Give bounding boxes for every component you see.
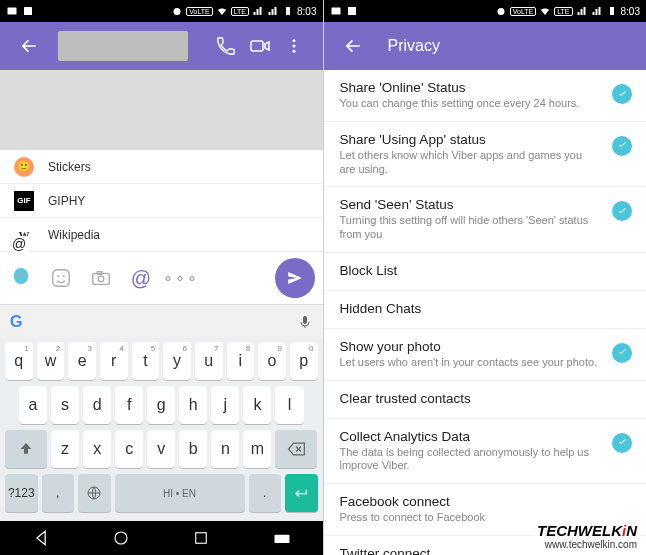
stickers-icon: 🙂 xyxy=(14,157,34,177)
suggestion-stickers[interactable]: 🙂Stickers xyxy=(0,150,323,184)
giphy-icon: GIF xyxy=(14,191,34,211)
video-call-button[interactable] xyxy=(243,34,277,58)
nav-home-icon[interactable] xyxy=(112,529,130,547)
message-input-row: @ @ ∘∘∘ xyxy=(0,252,323,304)
mention-icon[interactable]: @ xyxy=(128,265,154,291)
setting-item[interactable]: Show your photoLet users who aren't in y… xyxy=(324,329,647,381)
key-symbols[interactable]: ?123 xyxy=(5,474,38,512)
sticker-tab-icon[interactable] xyxy=(8,265,34,291)
setting-item[interactable]: Send 'Seen' StatusTurning this setting o… xyxy=(324,187,647,253)
key-shift[interactable] xyxy=(5,430,47,468)
key-l[interactable]: l xyxy=(275,386,303,424)
emoji-icon[interactable] xyxy=(48,265,74,291)
key-enter[interactable] xyxy=(285,474,318,512)
setting-item[interactable]: Block List xyxy=(324,253,647,291)
svg-rect-4 xyxy=(251,41,263,51)
key-t[interactable]: t5 xyxy=(132,342,160,380)
keyboard-search-row[interactable]: G xyxy=(0,304,323,338)
screenshot-icon xyxy=(346,5,358,17)
setting-title: Hidden Chats xyxy=(340,301,599,316)
key-backspace[interactable] xyxy=(275,430,317,468)
key-n[interactable]: n xyxy=(211,430,239,468)
key-k[interactable]: k xyxy=(243,386,271,424)
gallery-icon xyxy=(330,5,342,17)
key-b[interactable]: b xyxy=(179,430,207,468)
contact-name-redacted[interactable] xyxy=(58,31,188,61)
suggestion-wikipedia[interactable]: WWikipedia xyxy=(0,218,323,252)
key-comma[interactable]: , xyxy=(42,474,75,512)
setting-item[interactable]: Clear trusted contacts xyxy=(324,381,647,419)
signal-icon-2 xyxy=(267,5,279,17)
key-u[interactable]: u7 xyxy=(195,342,223,380)
key-a[interactable]: a xyxy=(19,386,47,424)
setting-item[interactable]: Collect Analytics DataThe data is being … xyxy=(324,419,647,485)
nav-keyboard-icon[interactable] xyxy=(272,528,292,548)
more-menu-button[interactable] xyxy=(277,37,311,55)
back-button[interactable] xyxy=(336,36,370,56)
key-space[interactable]: HI • EN xyxy=(115,474,245,512)
mic-icon[interactable] xyxy=(297,314,313,330)
setting-title: Clear trusted contacts xyxy=(340,391,599,406)
watermark: TECHWELKiN www.techwelkin.com xyxy=(534,521,640,551)
svg-rect-10 xyxy=(53,270,70,287)
settings-list[interactable]: Share 'Online' StatusYou can change this… xyxy=(324,70,647,555)
key-z[interactable]: z xyxy=(51,430,79,468)
key-c[interactable]: c xyxy=(115,430,143,468)
key-r[interactable]: r4 xyxy=(100,342,128,380)
svg-rect-24 xyxy=(610,7,614,15)
volte-badge: VoLTE xyxy=(186,7,213,16)
suggestions-panel: 🙂Stickers GIFGIPHY WWikipedia xyxy=(0,150,323,252)
clock: 8:03 xyxy=(297,6,316,17)
status-bar: VoLTE LTE 8:03 xyxy=(0,0,323,22)
nav-recent-icon[interactable] xyxy=(192,529,210,547)
key-q[interactable]: q1 xyxy=(5,342,33,380)
setting-title: Share 'Online' Status xyxy=(340,80,599,95)
svg-rect-22 xyxy=(348,7,356,15)
key-x[interactable]: x xyxy=(83,430,111,468)
key-y[interactable]: y6 xyxy=(163,342,191,380)
key-language[interactable] xyxy=(78,474,111,512)
nav-back-icon[interactable] xyxy=(31,528,51,548)
key-v[interactable]: v xyxy=(147,430,175,468)
back-button[interactable] xyxy=(12,36,46,56)
signal-icon xyxy=(576,5,588,17)
key-f[interactable]: f xyxy=(115,386,143,424)
setting-title: Share 'Using App' status xyxy=(340,132,599,147)
key-j[interactable]: j xyxy=(211,386,239,424)
svg-point-2 xyxy=(174,8,181,15)
svg-rect-19 xyxy=(196,533,207,544)
camera-icon[interactable] xyxy=(88,265,114,291)
svg-rect-0 xyxy=(8,8,17,15)
suggestion-giphy[interactable]: GIFGIPHY xyxy=(0,184,323,218)
send-button[interactable] xyxy=(275,258,315,298)
setting-title: Show your photo xyxy=(340,339,599,354)
suggestion-label: GIPHY xyxy=(48,194,85,208)
key-g[interactable]: g xyxy=(147,386,175,424)
lte-badge: LTE xyxy=(231,7,249,16)
chat-area[interactable] xyxy=(0,70,323,150)
key-period[interactable]: . xyxy=(249,474,282,512)
key-e[interactable]: e3 xyxy=(68,342,96,380)
check-icon xyxy=(612,201,632,221)
phone-right-settings: VoLTE LTE 8:03 Privacy Share 'Online' St… xyxy=(324,0,647,555)
suggestion-label: Stickers xyxy=(48,160,91,174)
voice-call-button[interactable] xyxy=(209,35,243,57)
gallery-icon xyxy=(6,5,18,17)
key-s[interactable]: s xyxy=(51,386,79,424)
more-options-icon[interactable]: ∘∘∘ xyxy=(168,265,194,291)
setting-item[interactable]: Hidden Chats xyxy=(324,291,647,329)
lte-badge: LTE xyxy=(554,7,572,16)
setting-item[interactable]: Share 'Using App' statusLet others know … xyxy=(324,122,647,188)
setting-item[interactable]: Share 'Online' StatusYou can change this… xyxy=(324,70,647,122)
setting-desc: The data is being collected anonymously … xyxy=(340,446,599,474)
key-w[interactable]: w2 xyxy=(37,342,65,380)
key-h[interactable]: h xyxy=(179,386,207,424)
key-i[interactable]: i8 xyxy=(227,342,255,380)
key-d[interactable]: d xyxy=(83,386,111,424)
key-m[interactable]: m xyxy=(243,430,271,468)
svg-point-9 xyxy=(22,274,24,276)
key-p[interactable]: p0 xyxy=(290,342,318,380)
key-o[interactable]: o9 xyxy=(258,342,286,380)
svg-point-6 xyxy=(292,45,295,48)
svg-rect-20 xyxy=(274,535,289,543)
